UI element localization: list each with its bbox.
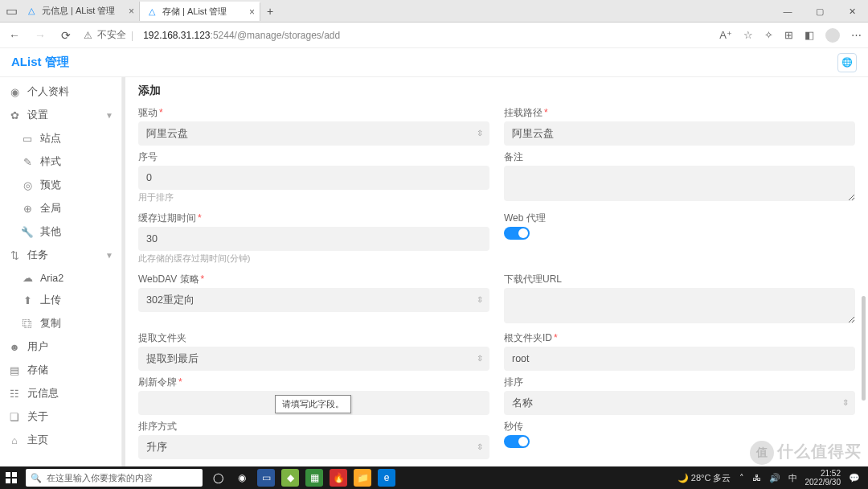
select-arrow-icon: ⇳	[477, 129, 483, 138]
maximize-button[interactable]: ▢	[804, 0, 836, 23]
task-view-icon[interactable]: ◯	[209, 469, 227, 487]
app-icon[interactable]: ◆	[281, 469, 299, 487]
proxyurl-label: 下载代理URL	[504, 273, 855, 286]
upload-icon: ⬆	[21, 294, 34, 306]
clock[interactable]: 21:52 2022/9/30	[805, 469, 841, 487]
webdav-select[interactable]: 302重定向⇳	[138, 288, 489, 312]
order-label: 序号	[138, 150, 489, 164]
mount-label: 挂载路径*	[504, 106, 855, 120]
sidebar-item-other[interactable]: 🔧其他	[0, 220, 121, 244]
svg-rect-1	[12, 472, 17, 477]
sidebar-item-preview[interactable]: ◎预览	[0, 174, 121, 197]
sidebar-item-copy[interactable]: ⿻复制	[0, 312, 121, 335]
language-button[interactable]: 🌐	[837, 53, 857, 72]
warning-icon: ⚠	[84, 30, 92, 41]
favicon-icon: △	[146, 6, 158, 18]
cache-input[interactable]: 30	[138, 227, 489, 251]
favicon-icon: △	[26, 6, 37, 17]
sidebar-item-about[interactable]: ❏关于	[0, 405, 121, 429]
favorite-icon[interactable]: ☆	[743, 29, 753, 41]
driver-label: 驱动*	[138, 106, 489, 120]
sidebar-item-home[interactable]: ⌂主页	[0, 429, 121, 452]
svg-rect-0	[6, 472, 10, 477]
edge-icon[interactable]: e	[378, 469, 395, 487]
webproxy-toggle[interactable]	[504, 227, 530, 240]
sidebar-item-global[interactable]: ⊕全局	[0, 197, 121, 220]
sidebar-item-tasks[interactable]: ⇅任务▼	[0, 244, 121, 267]
url-display[interactable]: 192.168.31.123:5244/@manage/storages/add	[143, 30, 340, 41]
extract-select[interactable]: 提取到最后⇳	[138, 347, 489, 371]
app-icon[interactable]: 🔥	[330, 469, 347, 487]
driver-select[interactable]: 阿里云盘⇳	[138, 121, 489, 146]
collections-icon[interactable]: ✧	[764, 29, 773, 41]
cloud-icon: ☁	[21, 272, 34, 284]
svg-rect-3	[12, 479, 17, 483]
menu-icon[interactable]: ⋯	[851, 29, 862, 41]
rapid-toggle[interactable]	[504, 435, 530, 448]
style-icon: ✎	[21, 156, 34, 168]
new-tab-button[interactable]: +	[260, 5, 280, 18]
weather-widget[interactable]: 🌙 28°C 多云	[678, 472, 731, 484]
ime-icon[interactable]: 中	[788, 472, 797, 484]
explorer-icon[interactable]: ▭	[257, 469, 275, 487]
close-icon[interactable]: ×	[249, 6, 255, 18]
sidebar-item-settings[interactable]: ✿设置▼	[0, 104, 121, 127]
browser-tab-1[interactable]: △ 存储 | AList 管理 ×	[140, 2, 260, 21]
notifications-icon[interactable]: 💬	[849, 473, 860, 483]
sortfield-select[interactable]: 名称⇳	[504, 391, 855, 415]
webdav-label: WebDAV 策略*	[138, 273, 489, 286]
rootid-label: 根文件夹ID*	[504, 331, 855, 345]
tab-actions-icon[interactable]: ▭	[3, 3, 19, 19]
extract-label: 提取文件夹	[138, 331, 489, 345]
minimize-button[interactable]: —	[772, 0, 804, 23]
profile-icon[interactable]	[825, 28, 840, 43]
sidebar-item-profile[interactable]: ◉个人资料	[0, 80, 121, 104]
close-icon[interactable]: ×	[129, 6, 134, 17]
webproxy-label: Web 代理	[504, 212, 855, 225]
start-button[interactable]	[0, 466, 23, 489]
extensions-icon[interactable]: ⊞	[784, 29, 793, 41]
app-icon[interactable]: ▦	[305, 469, 323, 487]
forward-button[interactable]: →	[32, 29, 48, 42]
sidebar-item-style[interactable]: ✎样式	[0, 150, 121, 174]
remark-textarea[interactable]	[504, 166, 855, 201]
order-hint: 用于排序	[138, 191, 489, 203]
remark-label: 备注	[504, 150, 855, 164]
read-aloud-icon[interactable]: A⁺	[719, 29, 732, 41]
sidebar-item-site[interactable]: ▭站点	[0, 127, 121, 150]
copy-icon: ⿻	[21, 318, 34, 330]
sidebar-item-aria2[interactable]: ☁Aria2	[0, 267, 121, 289]
rootid-input[interactable]: root	[504, 347, 855, 371]
meta-icon: ☷	[8, 388, 21, 400]
sidebar-item-users[interactable]: ☻用户	[0, 335, 121, 359]
back-button[interactable]: ←	[6, 29, 23, 42]
scrollbar-thumb[interactable]	[862, 296, 866, 401]
sidebar: ◉个人资料 ✿设置▼ ▭站点 ✎样式 ◎预览 ⊕全局 🔧其他 ⇅任务▼ ☁Ari…	[0, 77, 122, 466]
refresh-button[interactable]: ⟳	[58, 29, 74, 42]
gear-icon: ✿	[8, 109, 21, 121]
cache-hint: 此存储的缓存过期时间(分钟)	[138, 253, 489, 265]
select-arrow-icon: ⇳	[477, 355, 483, 363]
chevron-down-icon: ▼	[105, 251, 113, 260]
sidebar-item-upload[interactable]: ⬆上传	[0, 289, 121, 312]
sidebar-item-storage[interactable]: ▤存储	[0, 359, 121, 382]
sortorder-select[interactable]: 升序⇳	[138, 435, 489, 459]
site-icon: ▭	[21, 133, 34, 145]
folder-icon[interactable]: 📁	[354, 469, 371, 487]
cortana-icon[interactable]: ◉	[233, 469, 251, 487]
mount-input[interactable]: 阿里云盘	[504, 121, 855, 146]
taskbar-search[interactable]: 🔍 在这里输入你要搜索的内容	[26, 469, 203, 487]
close-window-button[interactable]: ✕	[836, 0, 868, 23]
taskbar: 🔍 在这里输入你要搜索的内容 ◯ ◉ ▭ ◆ ▦ 🔥 📁 e 🌙 28°C 多云…	[0, 466, 868, 489]
browser-tab-0[interactable]: △ 元信息 | AList 管理 ×	[19, 2, 140, 21]
network-icon[interactable]: 🖧	[752, 473, 761, 483]
tray-chevron-icon[interactable]: ˄	[739, 473, 744, 483]
proxyurl-textarea[interactable]	[504, 288, 855, 323]
order-input[interactable]: 0	[138, 166, 489, 190]
sidebar-item-meta[interactable]: ☷元信息	[0, 382, 121, 405]
sound-icon[interactable]: 🔊	[769, 473, 780, 483]
security-indicator[interactable]: ⚠ 不安全 |	[84, 28, 133, 42]
select-arrow-icon: ⇳	[477, 296, 483, 304]
sidebar-icon[interactable]: ◧	[805, 29, 814, 41]
users-icon: ☻	[8, 342, 21, 353]
